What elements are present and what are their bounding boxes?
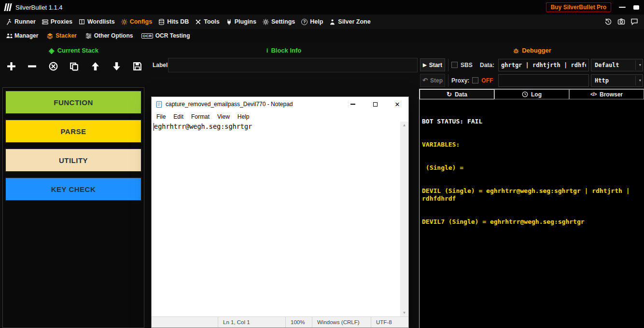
divider — [635, 60, 636, 70]
proxy-type-dropdown[interactable]: Http ▼ — [591, 74, 643, 87]
runner-icon — [6, 19, 12, 25]
remove-block-button[interactable] — [26, 60, 39, 72]
notepad-menu-help[interactable]: Help — [234, 113, 253, 120]
menu-item-label: Plugins — [235, 18, 256, 25]
menu-item-runner[interactable]: Runner — [6, 18, 36, 25]
stacker-layers-icon — [47, 33, 53, 39]
menu-item-tools[interactable]: Tools — [195, 18, 219, 25]
sbs-label: SBS — [461, 62, 473, 68]
menu-item-label: Runner — [14, 18, 36, 25]
menu-item-label: Hits DB — [167, 18, 189, 25]
notepad-menu-format[interactable]: Format — [187, 113, 213, 120]
notepad-edit-area[interactable]: eghrhtrr@wegh.seg:sghrtgr ▲ ▼ — [152, 122, 408, 316]
proxy-input[interactable] — [498, 74, 589, 87]
title-bar: SilverBullet 1.1.4 Buy SilverBullet Pro — [0, 0, 644, 14]
divider — [448, 74, 448, 87]
tab-browser[interactable]: </> Browser — [569, 89, 644, 99]
minimize-icon[interactable] — [619, 7, 626, 8]
proxy-type-value: Http — [595, 77, 609, 84]
stack-toolbar — [5, 57, 144, 75]
subnav-item-ocr-testing[interactable]: OCR OCR Testing — [141, 32, 190, 39]
block-info-title: Block Info — [271, 47, 301, 54]
notepad-menu-file[interactable]: File — [153, 113, 169, 120]
stack-block-parse[interactable]: PARSE — [5, 119, 142, 143]
menu-item-silver-zone[interactable]: Silver Zone — [329, 18, 370, 25]
notepad-title-bar[interactable]: capture_removed_emailpass_Devil770 - Not… — [152, 97, 408, 111]
subnav-item-stacker[interactable]: Stacker — [47, 32, 76, 39]
move-up-button[interactable] — [89, 60, 102, 72]
database-icon — [158, 19, 165, 25]
notepad-menu-view[interactable]: View — [213, 113, 234, 120]
notepad-scrollbar[interactable]: ▲ ▼ — [400, 122, 408, 316]
menu-item-settings[interactable]: Settings — [263, 18, 295, 25]
notepad-menu-edit[interactable]: Edit — [169, 113, 187, 120]
subnav-item-manager[interactable]: Manager — [6, 32, 38, 39]
stack-block-keycheck[interactable]: KEY CHECK — [5, 177, 142, 201]
add-block-button[interactable] — [5, 60, 17, 72]
block-label-input[interactable] — [168, 58, 418, 72]
scroll-down-icon[interactable]: ▼ — [403, 311, 406, 315]
app-logo-icon — [4, 3, 12, 11]
divider — [448, 59, 448, 71]
menu-item-configs[interactable]: Configs — [121, 18, 153, 25]
configs-sub-nav: Manager Stacker Other Options OCR OCR Te… — [0, 29, 644, 42]
tab-label: Browser — [600, 91, 623, 98]
tab-label: Data — [455, 91, 467, 98]
menu-item-label: Settings — [271, 18, 295, 25]
stack-block-function[interactable]: FUNCTION — [5, 90, 142, 114]
notepad-status-bar: Ln 1, Col 1 100% Windows (CRLF) UTF-8 — [152, 316, 408, 328]
notepad-text: eghrhtrr@wegh.seg:sghrtgr — [154, 123, 252, 130]
log-line: VARIABLES: — [422, 141, 642, 149]
info-icon: i — [266, 47, 268, 54]
current-stack-title: Current Stack — [57, 47, 98, 54]
menu-item-hits-db[interactable]: Hits DB — [158, 18, 189, 25]
stack-block-utility[interactable]: UTILITY — [5, 148, 142, 172]
notepad-maximize-button[interactable] — [364, 97, 386, 111]
tab-log[interactable]: Log — [494, 89, 569, 99]
menu-item-label: Tools — [204, 18, 219, 25]
maximize-icon[interactable] — [633, 5, 639, 10]
history-icon[interactable] — [604, 18, 612, 26]
subnav-item-other-options[interactable]: Other Options — [85, 32, 133, 39]
help-icon: ? — [301, 19, 308, 25]
block-label: KEY CHECK — [51, 185, 96, 193]
sbs-checkbox[interactable] — [451, 62, 458, 68]
chat-icon[interactable] — [630, 18, 638, 26]
notepad-close-button[interactable]: ✕ — [386, 97, 408, 111]
debug-data-input[interactable] — [498, 59, 589, 71]
buy-pro-button[interactable]: Buy SilverBullet Pro — [546, 2, 611, 12]
camera-icon[interactable] — [617, 18, 625, 26]
save-stack-button[interactable] — [131, 60, 144, 72]
current-stack-panel: FUNCTION PARSE UTILITY KEY CHECK — [2, 87, 144, 328]
proxy-state-badge: OFF — [481, 77, 493, 84]
divider — [635, 76, 636, 85]
move-down-button[interactable] — [110, 60, 123, 72]
step-icon: ↶ — [422, 77, 428, 84]
proxy-checkbox[interactable] — [472, 77, 478, 83]
current-stack-header: ◈ Current Stack — [2, 45, 145, 55]
person-icon — [329, 19, 336, 25]
menu-item-wordlists[interactable]: Wordlists — [79, 18, 115, 25]
proxies-icon — [42, 19, 48, 25]
log-line: DEVIL (Single) = eghrhtrr@wegh.seg:sghrt… — [422, 187, 642, 203]
block-label: UTILITY — [59, 156, 88, 164]
disable-block-button[interactable] — [47, 60, 59, 72]
main-menu-bar: Runner Proxies Wordlists Configs Hits DB… — [0, 14, 644, 29]
line-ending: Windows (CRLF) — [312, 317, 371, 328]
menu-item-label: Wordlists — [87, 18, 115, 25]
wordlist-type-dropdown[interactable]: Default ▼ — [591, 59, 643, 71]
menu-item-plugins[interactable]: Plugins — [226, 18, 256, 25]
subnav-item-label: Stacker — [56, 32, 76, 39]
scroll-up-icon[interactable]: ▲ — [403, 123, 406, 127]
debugger-controls: ▶ Start SBS Data: Default ▼ ↶ Step — [420, 58, 644, 88]
start-button[interactable]: ▶ Start — [420, 58, 445, 71]
menu-item-label: Proxies — [51, 18, 72, 25]
step-button[interactable]: ↶ Step — [420, 74, 445, 87]
menu-item-proxies[interactable]: Proxies — [42, 18, 72, 25]
tab-data[interactable]: ↻ Data — [420, 89, 494, 99]
clone-block-button[interactable] — [68, 60, 81, 72]
notepad-minimize-button[interactable] — [342, 97, 364, 111]
subnav-item-label: Other Options — [94, 32, 133, 39]
menu-item-help[interactable]: ? Help — [301, 18, 323, 25]
app-title: SilverBullet 1.1.4 — [15, 4, 63, 11]
